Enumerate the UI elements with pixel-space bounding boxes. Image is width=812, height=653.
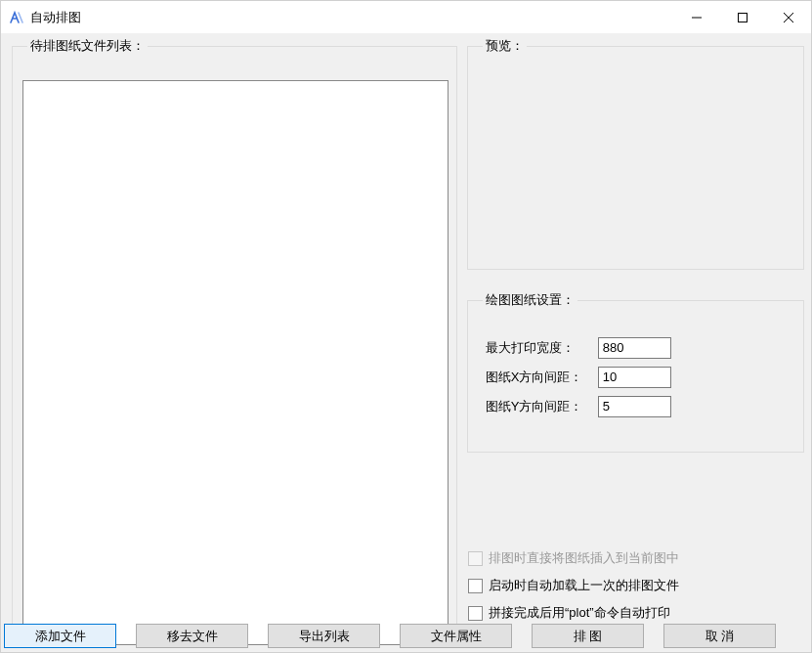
x-gap-label: 图纸X方向间距： xyxy=(486,369,598,386)
add-file-button[interactable]: 添加文件 xyxy=(4,624,116,648)
checkbox-autoload-last[interactable]: 启动时自动加载上一次的排图文件 xyxy=(468,572,805,599)
checkbox-icon xyxy=(468,606,483,621)
preview-legend: 预览： xyxy=(483,37,527,55)
checkbox-autoplot-label: 拼接完成后用“plot”命令自动打印 xyxy=(489,604,670,622)
file-list-legend: 待排图纸文件列表： xyxy=(27,37,148,55)
x-gap-input[interactable] xyxy=(598,367,671,388)
file-properties-button[interactable]: 文件属性 xyxy=(400,624,512,648)
file-list-fieldset: 待排图纸文件列表： xyxy=(12,37,457,633)
button-row: 添加文件 移去文件 导出列表 文件属性 排 图 取 消 xyxy=(1,623,811,652)
window: 自动排图 待排图纸文件列表： 预览： 绘图图纸设置： 最大打印宽度： xyxy=(0,0,812,653)
app-icon xyxy=(9,10,24,25)
checkbox-icon xyxy=(468,579,483,593)
window-controls xyxy=(673,1,811,33)
settings-fieldset: 绘图图纸设置： 最大打印宽度： 图纸X方向间距： 图纸Y方向间距： xyxy=(467,291,804,453)
settings-legend: 绘图图纸设置： xyxy=(483,291,577,309)
cancel-button[interactable]: 取 消 xyxy=(663,624,776,648)
titlebar: 自动排图 xyxy=(1,1,811,33)
maximize-button[interactable] xyxy=(719,1,765,33)
checkbox-insert-current-label: 排图时直接将图纸插入到当前图中 xyxy=(489,549,679,567)
svg-rect-1 xyxy=(738,13,747,22)
window-title: 自动排图 xyxy=(30,9,81,26)
max-print-width-label: 最大打印宽度： xyxy=(486,339,598,357)
checkbox-insert-current: 排图时直接将图纸插入到当前图中 xyxy=(468,544,805,572)
checkbox-autoload-last-label: 启动时自动加载上一次的排图文件 xyxy=(489,577,679,594)
checkbox-group: 排图时直接将图纸插入到当前图中 启动时自动加载上一次的排图文件 拼接完成后用“p… xyxy=(468,544,805,627)
client-area: 待排图纸文件列表： 预览： 绘图图纸设置： 最大打印宽度： 图纸X方向间距： 图… xyxy=(1,33,811,652)
layout-button[interactable]: 排 图 xyxy=(532,624,644,648)
preview-fieldset: 预览： xyxy=(467,37,804,270)
file-list[interactable] xyxy=(22,80,449,645)
y-gap-input[interactable] xyxy=(598,396,671,417)
remove-file-button[interactable]: 移去文件 xyxy=(136,624,248,648)
y-gap-label: 图纸Y方向间距： xyxy=(486,398,598,415)
max-print-width-input[interactable] xyxy=(598,337,671,359)
export-list-button[interactable]: 导出列表 xyxy=(268,624,380,648)
minimize-button[interactable] xyxy=(673,1,719,33)
checkbox-icon xyxy=(468,551,483,566)
close-button[interactable] xyxy=(765,1,811,33)
